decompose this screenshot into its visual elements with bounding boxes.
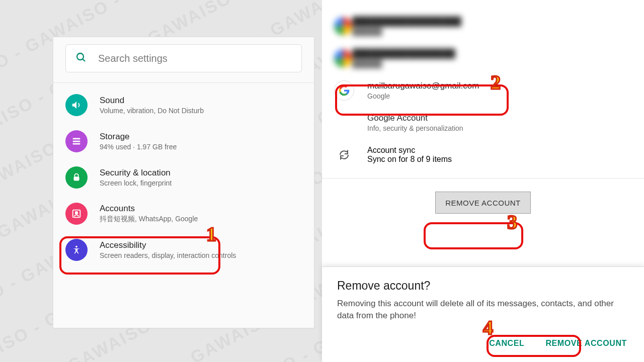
sync-icon (334, 149, 354, 161)
svg-rect-3 (73, 141, 80, 142)
google-icon (334, 49, 352, 67)
sound-icon (65, 94, 88, 116)
settings-panel: Search settings Sound Volume, vibration,… (53, 37, 314, 328)
settings-item-accessibility[interactable]: Accessibility Screen readers, display, i… (53, 232, 314, 268)
accounts-icon (65, 203, 88, 225)
settings-item-subtitle: 94% used · 1.97 GB free (100, 143, 177, 151)
dialog-body: Removing this account will delete all of… (337, 298, 629, 322)
settings-item-title: Storage (100, 132, 177, 142)
dialog-title: Remove account? (337, 279, 629, 293)
settings-item-subtitle: Volume, vibration, Do Not Disturb (100, 107, 204, 115)
svg-point-8 (75, 246, 77, 248)
lock-icon (65, 166, 88, 189)
cancel-button[interactable]: CANCEL (487, 336, 526, 351)
remove-account-dialog: Remove account? Removing this account wi… (322, 266, 644, 362)
svg-point-0 (77, 53, 84, 60)
svg-line-1 (83, 59, 85, 61)
svg-rect-5 (74, 176, 79, 180)
settings-item-security[interactable]: Security & location Screen lock, fingerp… (53, 159, 314, 196)
account-email: mailbarugawaiso@gmail.com (367, 81, 479, 91)
storage-icon (65, 130, 88, 152)
settings-item-title: Accessibility (100, 240, 236, 250)
row-subtitle: Sync on for 8 of 9 items (367, 155, 452, 164)
svg-rect-2 (73, 138, 80, 140)
account-sync-row[interactable]: Account sync Sync on for 8 of 9 items (322, 139, 644, 171)
settings-item-accounts[interactable]: Accounts 抖音短视频, WhatsApp, Google (53, 196, 314, 232)
google-account-row[interactable]: Google Account Info, security & personal… (322, 107, 644, 139)
google-icon (334, 17, 352, 35)
search-placeholder: Search settings (98, 53, 168, 64)
divider (322, 178, 644, 178)
account-row-blurred[interactable]: ██████████████████ ██████ (322, 10, 644, 42)
search-input[interactable]: Search settings (65, 44, 302, 72)
accessibility-icon (65, 239, 88, 261)
remove-account-button[interactable]: REMOVE ACCOUNT (435, 192, 531, 214)
settings-item-subtitle: 抖音短视频, WhatsApp, Google (100, 215, 198, 224)
divider (53, 82, 314, 83)
svg-rect-4 (73, 143, 80, 145)
settings-item-subtitle: Screen lock, fingerprint (100, 179, 172, 187)
row-title: Google Account (367, 113, 463, 123)
settings-item-sound[interactable]: Sound Volume, vibration, Do Not Disturb (53, 87, 314, 123)
row-title: Account sync (367, 146, 452, 155)
settings-item-title: Accounts (100, 204, 198, 214)
account-provider: Google (367, 92, 479, 100)
account-row-blurred[interactable]: █████████████████ ██████ (322, 42, 644, 74)
settings-item-title: Security & location (100, 168, 172, 178)
row-subtitle: Info, security & personalization (367, 124, 463, 132)
settings-item-title: Sound (100, 96, 204, 106)
confirm-remove-button[interactable]: REMOVE ACCOUNT (543, 336, 629, 351)
google-icon (334, 80, 354, 101)
search-icon (75, 51, 87, 65)
account-row-selected[interactable]: mailbarugawaiso@gmail.com Google (322, 74, 644, 107)
settings-item-subtitle: Screen readers, display, interaction con… (100, 251, 236, 259)
settings-item-storage[interactable]: Storage 94% used · 1.97 GB free (53, 123, 314, 159)
svg-point-7 (75, 212, 78, 214)
